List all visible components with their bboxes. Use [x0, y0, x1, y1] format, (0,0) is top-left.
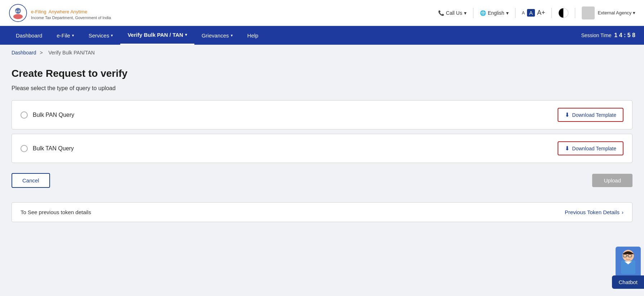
nav-efile-label: e-File [57, 32, 70, 39]
logo-area: e-F e-Filing Anywhere Anytime Income Tax… [9, 4, 111, 22]
header-right: 📞 Call Us ▾ 🌐 English ▾ A A A+ External … [438, 6, 635, 19]
download-pan-icon: ⬇ [565, 111, 569, 118]
breadcrumb-separator: > [40, 50, 42, 56]
action-row: Cancel Upload [12, 173, 632, 188]
nav-item-services[interactable]: Services ▾ [81, 26, 121, 45]
nav-item-verify-bulk[interactable]: Verify Bulk PAN / TAN ▾ [120, 26, 194, 45]
nav-grievances-label: Grievances [202, 32, 229, 39]
services-chevron-down-icon: ▾ [111, 33, 113, 38]
nav-verify-label: Verify Bulk PAN / TAN [127, 32, 183, 38]
nav-services-label: Services [89, 32, 109, 39]
user-name: External Agency [598, 10, 631, 16]
bulk-tan-option: Bulk TAN Query ⬇ Download Template [12, 134, 632, 163]
lang-chevron-down-icon: ▾ [506, 10, 509, 16]
emblem-icon: e-F [9, 4, 27, 22]
bulk-pan-option: Bulk PAN Query ⬇ Download Template [12, 100, 632, 129]
contrast-toggle[interactable] [558, 8, 568, 18]
user-chevron-down-icon: ▾ [633, 10, 635, 16]
main-content: Create Request to verify Please select t… [0, 61, 644, 237]
svg-text:e-F: e-F [15, 9, 21, 13]
grievances-chevron-down-icon: ▾ [231, 33, 233, 38]
divider-4 [575, 8, 575, 18]
nav-item-efile[interactable]: e-File ▾ [49, 26, 81, 45]
bulk-pan-label: Bulk PAN Query [33, 112, 74, 118]
page-subtitle: Please select the type of query to uploa… [12, 85, 632, 92]
download-pan-label: Download Template [572, 112, 616, 118]
avatar [582, 6, 595, 19]
verify-chevron-down-icon: ▾ [185, 32, 187, 37]
nav-item-dashboard[interactable]: Dashboard [9, 26, 49, 45]
bulk-tan-label: Bulk TAN Query [33, 145, 74, 152]
nav-item-help[interactable]: Help [240, 26, 266, 45]
breadcrumb-home-link[interactable]: Dashboard [12, 50, 36, 56]
prev-token-chevron-right-icon: › [622, 209, 623, 215]
user-area: External Agency ▾ [582, 6, 635, 19]
session-time: Session Time 1 4 : 5 8 [581, 32, 635, 39]
bulk-pan-left: Bulk PAN Query [21, 111, 74, 119]
call-us-button[interactable]: 📞 Call Us ▾ [438, 10, 467, 16]
breadcrumb-current: Verify Bulk PAN/TAN [48, 50, 95, 56]
divider-2 [515, 8, 515, 18]
main-navbar: Dashboard e-File ▾ Services ▾ Verify Bul… [0, 26, 644, 45]
user-label[interactable]: External Agency ▾ [598, 10, 635, 16]
prev-token-link[interactable]: Previous Token Details › [565, 209, 623, 215]
font-large-button[interactable]: A+ [537, 9, 545, 17]
site-header: e-F e-Filing Anywhere Anytime Income Tax… [0, 0, 644, 26]
font-medium-button[interactable]: A [527, 9, 535, 17]
download-template-tan-button[interactable]: ⬇ Download Template [558, 141, 623, 155]
prev-token-link-label: Previous Token Details [565, 209, 620, 215]
phone-icon: 📞 [438, 10, 444, 16]
nav-item-grievances[interactable]: Grievances ▾ [194, 26, 240, 45]
bulk-pan-radio[interactable] [21, 111, 28, 119]
logo-text: e-Filing Anywhere Anytime Income Tax Dep… [31, 6, 111, 20]
prev-token-text: To See previous token details [21, 209, 91, 215]
font-controls: A A A+ [522, 9, 545, 17]
globe-icon: 🌐 [480, 10, 486, 16]
nav-help-label: Help [247, 32, 258, 39]
call-us-label: Call Us [446, 10, 462, 16]
call-chevron-down-icon: ▾ [464, 10, 467, 16]
session-value: 1 4 : 5 8 [614, 32, 635, 38]
cancel-button[interactable]: Cancel [12, 173, 50, 188]
download-tan-label: Download Template [572, 146, 616, 151]
session-label: Session Time [581, 32, 611, 38]
bulk-tan-radio[interactable] [21, 145, 28, 152]
divider-3 [551, 8, 552, 18]
upload-button[interactable]: Upload [592, 174, 632, 187]
logo-efiling-label: e-Filing Anywhere Anytime [31, 6, 111, 16]
efiling-text: e-Filing [31, 9, 46, 14]
page-title: Create Request to verify [12, 68, 632, 79]
download-template-pan-button[interactable]: ⬇ Download Template [558, 108, 623, 122]
tagline-text: Anywhere Anytime [49, 9, 87, 14]
nav-items: Dashboard e-File ▾ Services ▾ Verify Bul… [9, 26, 581, 45]
bulk-tan-left: Bulk TAN Query [21, 145, 74, 152]
download-tan-icon: ⬇ [565, 145, 569, 152]
efile-chevron-down-icon: ▾ [72, 33, 74, 38]
language-label: English [488, 10, 504, 16]
language-button[interactable]: 🌐 English ▾ [480, 10, 509, 16]
prev-token-bar: To See previous token details Previous T… [12, 202, 632, 222]
breadcrumb: Dashboard > Verify Bulk PAN/TAN [0, 45, 644, 61]
svg-point-2 [13, 14, 23, 19]
divider-1 [473, 8, 473, 18]
logo-subtitle: Income Tax Department, Government of Ind… [31, 16, 111, 20]
font-small-button[interactable]: A [522, 10, 525, 16]
